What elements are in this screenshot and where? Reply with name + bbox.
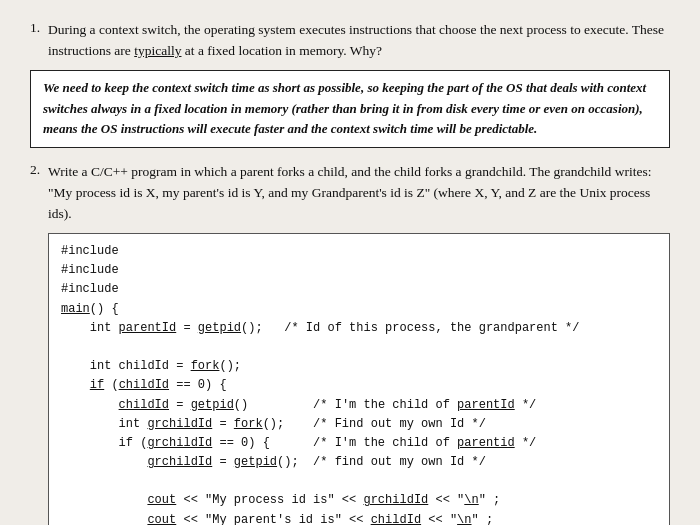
question-1: 1. During a context switch, the operatin… xyxy=(30,20,670,148)
code-include3: #include xyxy=(61,282,119,296)
code-include2: #include xyxy=(61,263,119,277)
question-2-body: Write a C/C++ program in which a parent … xyxy=(48,162,670,225)
code-main: main() { int parentId = getpid(); /* Id … xyxy=(61,302,580,525)
question-1-body: During a context switch, the operating s… xyxy=(48,20,670,62)
answer-1-text: We need to keep the context switch time … xyxy=(43,78,657,140)
question-2: 2. Write a C/C++ program in which a pare… xyxy=(30,162,670,525)
code-block: #include #include #include main() { int … xyxy=(48,233,670,525)
answer-1-box: We need to keep the context switch time … xyxy=(30,70,670,148)
question-2-number: 2. xyxy=(30,162,48,225)
question-1-text: 1. During a context switch, the operatin… xyxy=(30,20,670,62)
typically-underline: typically xyxy=(134,43,181,58)
question-1-number: 1. xyxy=(30,20,48,62)
question-2-text: 2. Write a C/C++ program in which a pare… xyxy=(30,162,670,225)
code-include1: #include xyxy=(61,244,119,258)
